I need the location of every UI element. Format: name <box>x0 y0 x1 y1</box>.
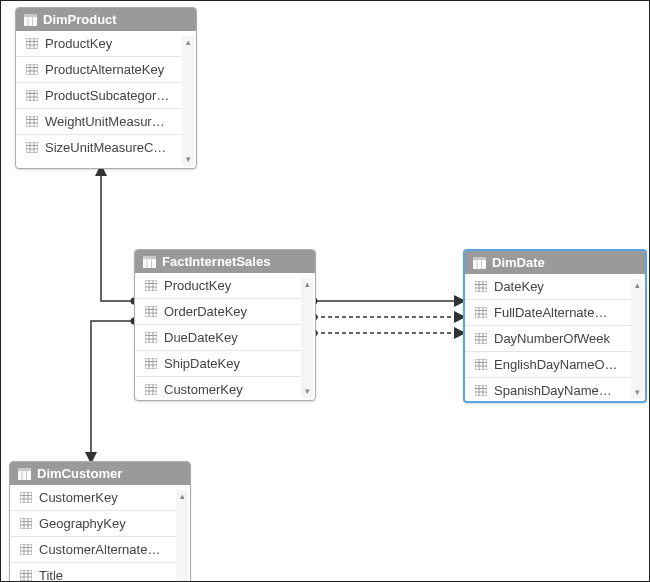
column-name: CustomerKey <box>164 382 293 397</box>
table-column[interactable]: ShipDateKey <box>135 350 301 376</box>
column-list: ProductKey OrderDateKey DueDateKey ShipD… <box>135 273 315 397</box>
table-column[interactable]: Title <box>10 562 176 582</box>
scrollbar[interactable]: ▴▾ <box>631 279 643 399</box>
column-icon <box>145 384 157 395</box>
svg-rect-19 <box>26 90 38 101</box>
column-name: CustomerAlternate… <box>39 542 168 557</box>
column-icon <box>145 306 157 317</box>
column-name: ProductSubcategor… <box>45 88 174 103</box>
svg-rect-53 <box>145 358 157 369</box>
table-column[interactable]: GeographyKey <box>10 510 176 536</box>
column-icon <box>26 142 38 153</box>
svg-rect-111 <box>20 570 32 581</box>
table-column[interactable]: SizeUnitMeasureC… <box>16 134 182 160</box>
table-header[interactable]: DimCustomer <box>10 462 190 485</box>
table-header[interactable]: DimDate <box>465 251 645 274</box>
column-list: ProductKey ProductAlternateKey ProductSu… <box>16 31 196 165</box>
svg-rect-96 <box>20 492 32 503</box>
svg-rect-77 <box>475 333 487 344</box>
table-header[interactable]: DimProduct <box>16 8 196 31</box>
table-column[interactable]: DueDateKey <box>135 324 301 350</box>
column-name: FullDateAlternate… <box>494 305 623 320</box>
column-name: Title <box>39 568 168 582</box>
scroll-down-icon[interactable]: ▾ <box>186 155 191 164</box>
column-name: SpanishDayName… <box>494 383 623 398</box>
table-dimproduct[interactable]: DimProduct ProductKey ProductAlternateKe… <box>15 7 197 169</box>
table-column[interactable]: OrderDateKey <box>135 298 301 324</box>
scrollbar[interactable]: ▴▾ <box>176 490 188 582</box>
scrollbar[interactable]: ▴▾ <box>301 278 313 398</box>
table-column[interactable]: CustomerKey <box>135 376 301 397</box>
svg-rect-82 <box>475 359 487 370</box>
table-icon <box>18 468 31 480</box>
scrollbar[interactable]: ▴▾ <box>182 36 194 166</box>
column-icon <box>475 307 487 318</box>
svg-rect-29 <box>26 142 38 153</box>
table-column[interactable]: EnglishDayNameO… <box>465 351 631 377</box>
table-column[interactable]: FullDateAlternate… <box>465 299 631 325</box>
table-title: DimDate <box>492 255 545 270</box>
svg-rect-38 <box>145 280 157 291</box>
column-icon <box>145 280 157 291</box>
column-name: SizeUnitMeasureC… <box>45 140 174 155</box>
column-name: DayNumberOfWeek <box>494 331 623 346</box>
table-column[interactable]: DateKey <box>465 274 631 299</box>
column-name: GeographyKey <box>39 516 168 531</box>
table-column[interactable]: ProductAlternateKey <box>16 56 182 82</box>
svg-rect-35 <box>143 256 156 259</box>
column-icon <box>475 333 487 344</box>
table-column[interactable]: DayNumberOfWeek <box>465 325 631 351</box>
column-name: EnglishDayNameO… <box>494 357 623 372</box>
table-title: FactInternetSales <box>162 254 270 269</box>
column-icon <box>26 38 38 49</box>
table-column[interactable]: WeightUnitMeasur… <box>16 108 182 134</box>
svg-rect-24 <box>26 116 38 127</box>
table-icon <box>143 256 156 268</box>
column-list: DateKey FullDateAlternate… DayNumberOfWe… <box>465 274 645 398</box>
column-name: ProductAlternateKey <box>45 62 174 77</box>
svg-rect-87 <box>475 385 487 396</box>
svg-rect-58 <box>145 384 157 395</box>
table-icon <box>24 14 37 26</box>
scroll-down-icon[interactable]: ▾ <box>635 388 640 397</box>
scroll-up-icon[interactable]: ▴ <box>635 281 640 290</box>
table-column[interactable]: ProductSubcategor… <box>16 82 182 108</box>
svg-rect-67 <box>475 281 487 292</box>
column-name: DateKey <box>494 279 623 294</box>
table-column[interactable]: CustomerKey <box>10 485 176 510</box>
column-icon <box>26 64 38 75</box>
svg-rect-106 <box>20 544 32 555</box>
scroll-down-icon[interactable]: ▾ <box>305 387 310 396</box>
table-header[interactable]: FactInternetSales <box>135 250 315 273</box>
column-icon <box>475 385 487 396</box>
scroll-up-icon[interactable]: ▴ <box>186 38 191 47</box>
table-factinternetsales[interactable]: FactInternetSales ProductKey OrderDateKe… <box>134 249 316 401</box>
table-title: DimCustomer <box>37 466 122 481</box>
table-column[interactable]: ProductKey <box>16 31 182 56</box>
column-list: CustomerKey GeographyKey CustomerAlterna… <box>10 485 190 582</box>
table-icon <box>473 257 486 269</box>
scroll-up-icon[interactable]: ▴ <box>180 492 185 501</box>
svg-rect-72 <box>475 307 487 318</box>
column-icon <box>26 116 38 127</box>
svg-rect-64 <box>473 257 486 260</box>
scroll-up-icon[interactable]: ▴ <box>305 280 310 289</box>
column-icon <box>145 358 157 369</box>
column-name: ShipDateKey <box>164 356 293 371</box>
column-icon <box>20 492 32 503</box>
column-icon <box>20 570 32 581</box>
column-name: WeightUnitMeasur… <box>45 114 174 129</box>
svg-rect-93 <box>18 468 31 471</box>
table-column[interactable]: CustomerAlternate… <box>10 536 176 562</box>
table-column[interactable]: SpanishDayName… <box>465 377 631 398</box>
column-name: CustomerKey <box>39 490 168 505</box>
table-column[interactable]: ProductKey <box>135 273 301 298</box>
table-dimcustomer[interactable]: DimCustomer CustomerKey GeographyKey Cus… <box>9 461 191 582</box>
column-icon <box>20 544 32 555</box>
table-dimdate[interactable]: DimDate DateKey FullDateAlternate… DayNu… <box>463 249 647 403</box>
svg-rect-9 <box>26 38 38 49</box>
column-name: DueDateKey <box>164 330 293 345</box>
column-icon <box>475 281 487 292</box>
svg-rect-6 <box>24 14 37 17</box>
diagram-canvas[interactable]: DimProduct ProductKey ProductAlternateKe… <box>0 0 650 582</box>
